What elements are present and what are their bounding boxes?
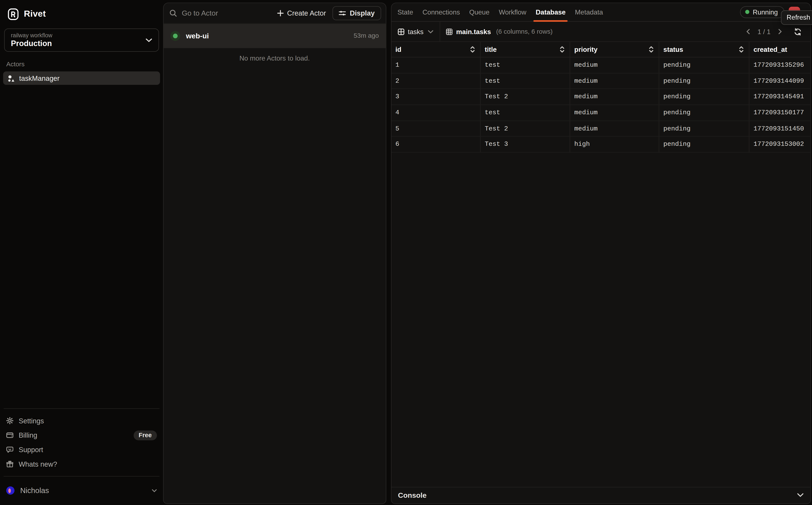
table-selector-dropdown[interactable]: tasks: [391, 22, 440, 41]
status-badge[interactable]: Running: [740, 6, 785, 18]
search-input[interactable]: Go to Actor: [182, 9, 218, 17]
brand-name: Rivet: [24, 9, 46, 19]
rivet-logo-icon: [8, 8, 19, 20]
table-cell: pending: [659, 73, 749, 89]
table-row[interactable]: 5Test 2mediumpending1772093151450: [391, 121, 811, 137]
plan-badge: Free: [133, 430, 157, 440]
sidebar-item-label: taskManager: [19, 74, 60, 82]
table-name: main.tasks: [456, 28, 491, 35]
tab-database[interactable]: Database: [531, 3, 570, 21]
table-row[interactable]: 2testmediumpending1772093144099: [391, 73, 811, 89]
tab-workflow[interactable]: Workflow: [494, 3, 531, 21]
tab-queue[interactable]: Queue: [465, 3, 494, 21]
page-indicator: 1 / 1: [758, 28, 771, 35]
column-label: created_at: [753, 46, 787, 53]
display-label: Display: [350, 9, 375, 17]
table-row[interactable]: 1testmediumpending1772093135296: [391, 57, 811, 73]
actors-section-label: Actors: [6, 60, 157, 68]
table-selector-value: tasks: [408, 28, 424, 35]
app-root: Rivet railway workflow Production Actors…: [0, 0, 812, 505]
table-row[interactable]: 3Test 2mediumpending1772093145491: [391, 89, 811, 105]
tab-connections[interactable]: Connections: [418, 3, 464, 21]
avatar: [6, 486, 14, 495]
table-row[interactable]: 6Test 3highpending1772093153002: [391, 137, 811, 153]
chevron-down-icon: [145, 38, 152, 42]
running-status-icon: [170, 31, 180, 40]
table-cell: medium: [570, 73, 659, 89]
user-name: Nicholas: [20, 486, 49, 495]
sort-icon: [470, 46, 475, 53]
refresh-button[interactable]: [794, 28, 802, 35]
sidebar-item-taskmanager[interactable]: taskManager: [3, 71, 160, 85]
table-cell: pending: [659, 121, 749, 136]
sort-icon: [560, 46, 565, 53]
actor-row-web-ui[interactable]: web-ui 53m ago: [164, 23, 385, 48]
sidebar-item-settings[interactable]: Settings: [0, 413, 163, 428]
sort-icon: [739, 46, 744, 53]
sidebar-item-billing[interactable]: Billing Free: [0, 428, 163, 442]
workspace-label: railway workflow: [11, 32, 141, 38]
chevron-down-icon: [428, 30, 434, 33]
table-cell: medium: [570, 57, 659, 73]
column-header-created-at[interactable]: created_at: [749, 42, 810, 57]
table-cell: 1772093150177: [749, 105, 810, 121]
table-cell: 6: [391, 137, 481, 152]
table-cell: 1772093145491: [749, 89, 810, 105]
empty-state-message: No more Actors to load.: [164, 48, 385, 62]
refresh-tooltip: Refresh: [781, 10, 812, 24]
prev-page-button[interactable]: [744, 27, 752, 36]
nav-label: Billing: [19, 431, 37, 439]
table-cell: medium: [570, 105, 659, 121]
table-cell: Test 3: [481, 137, 570, 152]
table-cell: test: [481, 105, 570, 121]
column-header-title[interactable]: title: [481, 42, 570, 57]
table-cell: 5: [391, 121, 481, 136]
table-row[interactable]: 4testmediumpending1772093150177: [391, 105, 811, 121]
table-cell: 2: [391, 73, 481, 89]
user-menu[interactable]: Nicholas: [0, 482, 163, 499]
console-drawer-toggle[interactable]: Console: [391, 487, 811, 503]
next-page-button[interactable]: [776, 27, 784, 36]
table-cell: pending: [659, 137, 749, 152]
sidebar-spacer: [0, 85, 163, 408]
column-header-id[interactable]: id: [391, 42, 481, 57]
display-button[interactable]: Display: [333, 6, 381, 20]
sidebar-item-support[interactable]: Support: [0, 442, 163, 457]
table-cell: pending: [659, 89, 749, 105]
workspace-selector[interactable]: railway workflow Production: [4, 29, 159, 52]
table-cell: test: [481, 73, 570, 89]
column-header-priority[interactable]: priority: [570, 42, 659, 57]
column-label: priority: [574, 46, 598, 53]
table-cell: 1772093153002: [749, 137, 810, 152]
column-label: id: [395, 46, 401, 53]
table-cell: 1: [391, 57, 481, 73]
table-cell: test: [481, 57, 570, 73]
brand[interactable]: Rivet: [0, 8, 163, 20]
workspace-value: Production: [11, 39, 141, 47]
tab-state[interactable]: State: [393, 3, 418, 21]
sidebar-item-whats-new[interactable]: Whats new?: [0, 457, 163, 471]
column-header-status[interactable]: status: [659, 42, 749, 57]
table-cell: high: [570, 137, 659, 152]
actor-list-panel: Go to Actor Create Actor Display web-: [163, 2, 386, 504]
create-actor-button[interactable]: Create Actor: [273, 7, 331, 19]
sidebar: Rivet railway workflow Production Actors…: [0, 0, 163, 505]
wallet-icon: [6, 432, 13, 439]
actor-group-icon: [7, 74, 15, 82]
chevron-down-icon: [797, 493, 804, 497]
table-meta: (6 columns, 6 rows): [496, 28, 553, 35]
divider: [4, 408, 159, 409]
column-label: title: [485, 46, 497, 53]
table-cell: pending: [659, 57, 749, 73]
create-actor-label: Create Actor: [287, 9, 326, 17]
tab-metadata[interactable]: Metadata: [570, 3, 608, 21]
sidebar-footer-nav: Settings Billing Free: [0, 413, 163, 471]
table-cell: medium: [570, 89, 659, 105]
table-empty-area: [391, 153, 811, 487]
table-body: 1testmediumpending17720931352962testmedi…: [391, 57, 811, 153]
actor-name: web-ui: [186, 31, 209, 40]
running-dot-icon: [745, 10, 749, 14]
column-label: status: [663, 46, 683, 53]
chevron-down-icon: [152, 489, 157, 492]
database-toolbar: tasks main.tasks (6 columns, 6 rows): [391, 22, 811, 42]
